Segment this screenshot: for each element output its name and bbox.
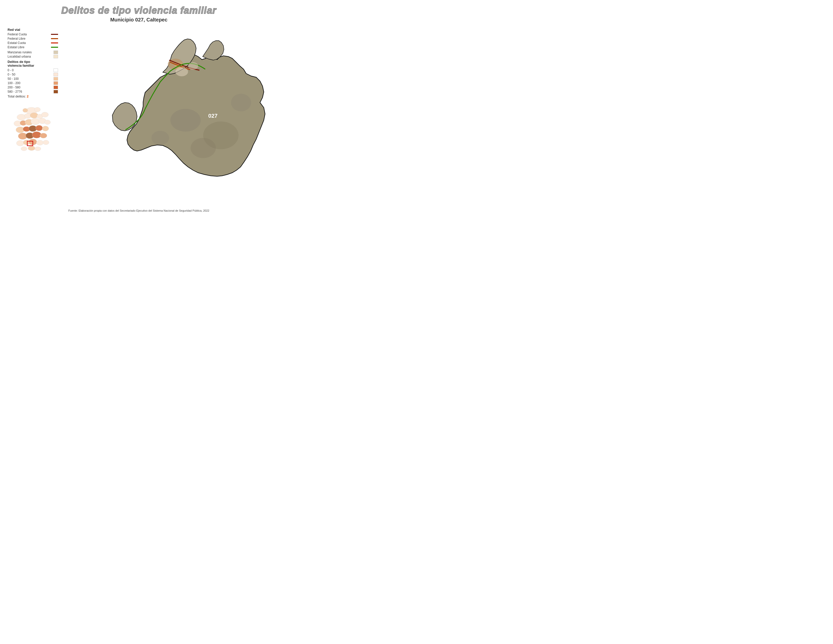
content-area: Red vial Federal Cuota Federal Libre Est…: [8, 27, 270, 200]
legend-label: 0 - 0: [8, 68, 51, 72]
terrain-shadow4: [231, 94, 251, 111]
red-vial-title: Red vial: [8, 28, 58, 32]
svg-point-7: [42, 112, 48, 117]
legend-item-federal-libre: Federal Libre: [8, 37, 58, 40]
legend-label: Estatal Cuota: [8, 41, 49, 45]
legend-swatch-0-0: [53, 68, 58, 72]
legend-line-federal-cuota: [51, 34, 58, 35]
main-map-svg: 027: [61, 27, 270, 198]
svg-point-1: [34, 107, 40, 112]
svg-point-21: [32, 132, 41, 138]
svg-point-2: [23, 108, 28, 113]
svg-point-30: [35, 147, 41, 151]
page-subtitle: Municipio 027, Caltepec: [8, 17, 270, 23]
legend-item-estatal-cuota: Estatal Cuota: [8, 41, 58, 45]
legend-item-0-50: 0 - 50: [8, 73, 58, 76]
legend-swatch-0-50: [53, 73, 58, 76]
manzanas-rurales2: [188, 62, 198, 70]
legend-swatch-580-2776: [53, 90, 58, 93]
svg-point-18: [42, 126, 49, 131]
legend-item-estatal-libre: Estatal Libre: [8, 45, 58, 49]
legend-label: Estatal Libre: [8, 45, 49, 49]
legend-item-100-200: 100 - 200: [8, 81, 58, 85]
total-value: 2: [27, 95, 29, 98]
legend-label: Federal Libre: [8, 37, 49, 40]
svg-point-13: [44, 120, 50, 124]
manzanas-rurales1: [175, 67, 188, 76]
main-map-area: 027: [61, 27, 270, 200]
legend-item-0-0: 0 - 0: [8, 68, 58, 72]
inset-map: [8, 103, 56, 154]
svg-point-26: [36, 140, 43, 145]
total-label: Total delitos:: [8, 95, 26, 98]
svg-point-27: [43, 140, 49, 145]
legend-swatch-50-100: [53, 77, 58, 80]
legend-line-estatal-libre: [51, 47, 58, 48]
west-detached: [113, 103, 137, 131]
footer: Fuente: Elaboración propia con datos del…: [0, 209, 278, 212]
legend-label: Localidad urbana: [8, 55, 51, 58]
legend-item-200-580: 200 - 580: [8, 85, 58, 89]
page-title: Delitos de tipo violencia familiar: [8, 5, 270, 16]
svg-point-23: [16, 140, 24, 146]
legend-panel: Red vial Federal Cuota Federal Libre Est…: [8, 27, 58, 200]
legend-item-federal-cuota: Federal Cuota: [8, 32, 58, 36]
svg-point-5: [30, 113, 38, 118]
svg-point-29: [28, 146, 35, 151]
legend-label: 200 - 580: [8, 85, 51, 89]
legend-label: 50 - 100: [8, 77, 51, 80]
legend-swatch-200-580: [53, 85, 58, 89]
legend-swatch-100-200: [53, 81, 58, 85]
svg-point-17: [35, 125, 43, 131]
legend-item-localidad: Localidad urbana: [8, 55, 58, 58]
total-delitos-line: Total delitos: 2: [8, 95, 58, 98]
legend-swatch-localidad: [53, 55, 58, 58]
legend-label: 0 - 50: [8, 73, 51, 76]
legend-label: 580 - 2776: [8, 90, 51, 93]
legend-line-estatal-cuota: [51, 42, 58, 43]
legend-label: Manzanas rurales: [8, 50, 51, 54]
svg-point-28: [21, 147, 27, 151]
delitos-title: Delitos de tipo violencia familiar: [8, 60, 58, 68]
terrain-shadow3: [191, 138, 216, 158]
legend-label: 100 - 200: [8, 81, 51, 85]
svg-point-22: [40, 133, 47, 138]
legend-line-federal-libre: [51, 38, 58, 39]
inset-map-svg: [8, 103, 56, 154]
legend-swatch-manzanas: [53, 50, 58, 54]
municipality-label: 027: [208, 113, 217, 119]
legend-label: Federal Cuota: [8, 32, 49, 36]
legend-item-50-100: 50 - 100: [8, 77, 58, 80]
legend-item-580-2776: 580 - 2776: [8, 90, 58, 93]
page: Delitos de tipo violencia familiar Munic…: [0, 0, 278, 215]
terrain-shadow1: [170, 109, 201, 132]
legend-item-manzanas: Manzanas rurales: [8, 50, 58, 54]
svg-point-11: [31, 118, 40, 125]
terrain-shadow5: [151, 131, 169, 145]
